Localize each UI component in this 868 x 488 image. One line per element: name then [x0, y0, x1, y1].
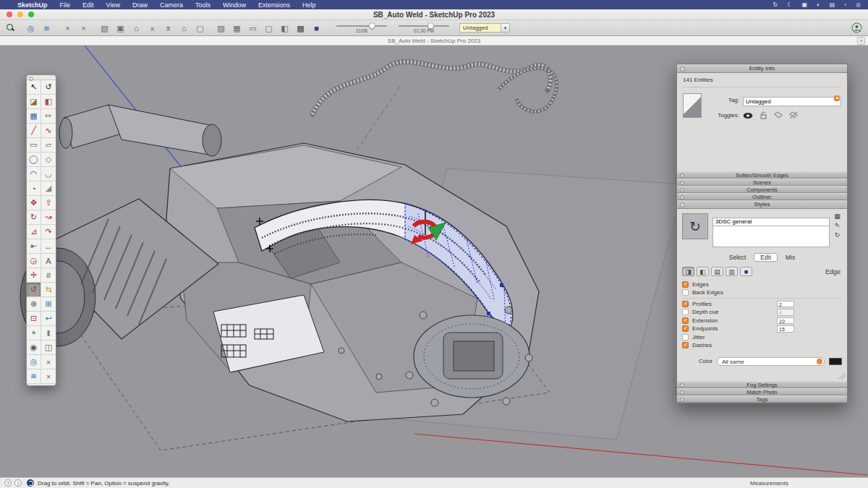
cleanup-plugin-icon[interactable]: ◎	[25, 23, 36, 33]
zoom-extents-tool[interactable]: ⊡	[27, 312, 41, 326]
cleanup-tool[interactable]: ◎	[27, 355, 41, 369]
protractor-tool[interactable]: ◶	[27, 254, 41, 268]
setting-value-endpoints[interactable]: 15	[777, 325, 794, 333]
checkbox-back-edges[interactable]	[682, 289, 689, 296]
measurements-input[interactable]	[796, 479, 862, 487]
weld-tool[interactable]: ×	[41, 355, 56, 369]
textured-style-icon[interactable]: ▩	[295, 23, 306, 33]
create-style-button[interactable]: ▦	[834, 213, 841, 220]
select-tool[interactable]: ↖	[27, 80, 41, 95]
display-icon[interactable]: ▣	[801, 1, 807, 8]
view-back-icon[interactable]: ⌆	[163, 23, 174, 33]
wireframe-style-icon[interactable]: ▭	[247, 23, 258, 33]
modeling-settings-tab[interactable]: ■	[740, 267, 752, 276]
zoom-window-tool[interactable]: ⊞	[41, 297, 56, 312]
panel-bar-soften-smooth-edges[interactable]: Soften/Smooth Edges	[677, 171, 847, 179]
style-builder-button[interactable]: ✎	[835, 223, 841, 229]
3d-text-tool[interactable]: #	[41, 268, 56, 283]
watermark-settings-tab[interactable]: ▥	[726, 267, 738, 276]
weld-icon[interactable]: ×	[62, 23, 73, 33]
rotate-view-tool[interactable]: ↺	[41, 80, 56, 95]
checkbox-endpoints[interactable]	[682, 325, 689, 332]
view-iso-icon[interactable]: ▧	[99, 23, 110, 33]
viewport-canvas[interactable]: ↖↺◪◧▦✏╱∿▭▱◯◇◠◡◔◢✥⇧↻↝⊿↷⇤↔◶A✛#↺⇆⊕⊞⊡↩⌖‖◉◫◎×…	[0, 46, 868, 477]
unweld-icon[interactable]: ×	[78, 23, 89, 33]
menu-tools[interactable]: Tools	[195, 1, 210, 9]
update-style-button[interactable]: ↻	[835, 232, 841, 239]
walk-tool[interactable]: ‖	[41, 326, 56, 341]
axes-tool[interactable]: ✛	[27, 268, 41, 283]
rectangle-tool[interactable]: ▭	[27, 138, 41, 153]
menu-edit[interactable]: Edit	[82, 1, 94, 9]
help-button[interactable]: ?	[4, 479, 12, 487]
freehand-tool[interactable]: ∿	[41, 124, 56, 138]
info-button[interactable]: i	[14, 479, 22, 487]
pie-tool[interactable]: ◔	[27, 181, 41, 196]
style-description-input[interactable]	[712, 226, 830, 247]
chevron-icon[interactable]: ›	[844, 1, 846, 8]
section-plane-tool[interactable]: ◫	[41, 341, 56, 355]
push-pull-tool[interactable]: ⇧	[41, 196, 56, 210]
styles-tab-mix[interactable]: Mix	[779, 253, 801, 262]
sync-status-icon[interactable]: ↻	[773, 1, 778, 8]
polygon-tool[interactable]: ◇	[41, 153, 56, 167]
menu-extensions[interactable]: Extensions	[258, 1, 290, 9]
tag-color-icon[interactable]	[834, 95, 840, 101]
xray-style-icon[interactable]: ▨	[216, 23, 226, 33]
style-name-input[interactable]	[712, 218, 830, 226]
hidden-line-style-icon[interactable]: ▢	[263, 23, 274, 33]
shaded-style-icon[interactable]: ◧	[279, 23, 290, 33]
tape-measure-tool[interactable]: ⇤	[27, 239, 41, 254]
cast-shadows-icon[interactable]	[789, 111, 798, 119]
checkbox-edges[interactable]	[682, 281, 689, 288]
view-top-icon[interactable]: ▣	[115, 23, 126, 33]
checkbox-profiles[interactable]	[682, 301, 689, 307]
orbit-tool[interactable]: ↺	[27, 283, 41, 297]
menu-draw[interactable]: Draw	[132, 1, 148, 9]
menu-help[interactable]: Help	[302, 1, 316, 9]
follow-me-tool[interactable]: ↝	[41, 210, 56, 225]
view-right-icon[interactable]: ⌅	[147, 23, 158, 33]
edge-color-swatch[interactable]	[829, 358, 842, 365]
document-tab[interactable]: SB_Auto Weld - SketchUp Pro 2023	[388, 38, 480, 44]
setting-value-extension[interactable]: 10	[777, 317, 794, 325]
back-edges-style-icon[interactable]: ▦	[231, 23, 242, 33]
entity-info-header[interactable]: Entity Info	[677, 64, 847, 73]
materials-tool[interactable]: ▦	[27, 109, 41, 124]
checkbox-extension[interactable]	[682, 317, 689, 324]
edge-settings-tab[interactable]: ◨	[682, 267, 694, 276]
view-front-icon[interactable]: ⌂	[131, 23, 142, 33]
panel-bar-match-photo[interactable]: Match Photo	[677, 388, 847, 395]
zoom-tool-icon[interactable]	[6, 23, 15, 33]
zoom-tool[interactable]: ⊕	[27, 297, 41, 312]
setting-value-depth-cue[interactable]: 4	[777, 309, 794, 316]
circle-tool[interactable]: ◯	[27, 153, 41, 167]
palette-header[interactable]	[27, 75, 56, 80]
look-around-tool[interactable]: ◉	[27, 341, 41, 355]
panel-bar-components[interactable]: Components	[677, 186, 847, 193]
panel-bar-outliner[interactable]: Outliner	[677, 193, 847, 200]
receive-shadows-icon[interactable]	[774, 111, 783, 119]
pencil-tool[interactable]: ✏	[41, 109, 56, 124]
visibility-eye-icon[interactable]	[743, 112, 753, 119]
menu-window[interactable]: Window	[223, 1, 246, 9]
offset-tool[interactable]: ↷	[41, 225, 56, 239]
face-tool[interactable]: ◢	[41, 181, 56, 196]
text-tool[interactable]: A	[41, 254, 56, 268]
lock-toggle-icon[interactable]	[760, 111, 767, 119]
panel-bar-scenes[interactable]: Scenes	[677, 179, 847, 186]
tag-input[interactable]	[743, 97, 841, 106]
line-tool[interactable]: ╱	[27, 124, 41, 138]
add-tab-button[interactable]: +	[857, 37, 865, 45]
styles-tab-select[interactable]: Select	[723, 253, 753, 262]
notification-center-icon[interactable]: ◎	[856, 1, 861, 8]
dimension-tool[interactable]: ↔	[41, 239, 56, 254]
scale-tool[interactable]: ⊿	[27, 225, 41, 239]
arc-tool[interactable]: ◠	[27, 167, 41, 181]
shadow-time-slider[interactable]: 01:30 PM	[399, 22, 449, 33]
checkbox-jitter[interactable]	[682, 334, 689, 341]
unweld-tool[interactable]: ×	[41, 369, 56, 384]
panel-bar-fog-settings[interactable]: Fog Settings	[677, 381, 847, 388]
styles-tab-edit[interactable]: Edit	[754, 253, 778, 262]
face-settings-tab[interactable]: ◧	[697, 267, 709, 276]
